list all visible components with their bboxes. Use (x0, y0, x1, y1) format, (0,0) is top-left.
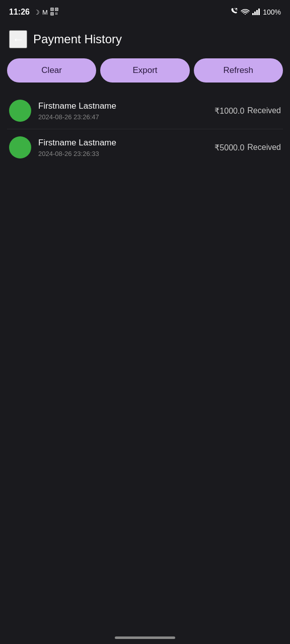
transaction-amount: ₹1000.0 (214, 106, 244, 116)
back-arrow-icon: ← (12, 33, 24, 45)
wifi-icon (241, 8, 250, 17)
svg-rect-9 (56, 14, 57, 15)
transaction-info: Firstname Lastname2024-08-26 23:26:47 (38, 101, 207, 121)
svg-rect-6 (55, 13, 56, 14)
export-button[interactable]: Export (100, 58, 189, 83)
transaction-list: Firstname Lastname2024-08-26 23:26:47₹10… (0, 93, 290, 166)
transaction-name: Firstname Lastname (38, 138, 207, 148)
transaction-status: Received (247, 106, 281, 115)
transaction-amount-status: ₹1000.0Received (214, 106, 281, 116)
status-bar-right: 100% (230, 8, 281, 17)
gmail-icon: M (42, 9, 48, 16)
clear-button[interactable]: Clear (7, 58, 96, 83)
svg-rect-11 (254, 12, 256, 15)
transaction-item[interactable]: Firstname Lastname2024-08-26 23:26:33₹50… (7, 129, 283, 166)
svg-rect-5 (51, 13, 52, 14)
avatar (9, 100, 31, 122)
signal-icon (252, 8, 260, 17)
status-bar-left: 11:26 ☽ M (9, 8, 58, 17)
status-bar: 11:26 ☽ M (0, 0, 290, 22)
back-button[interactable]: ← (9, 30, 27, 48)
header: ← Payment History (0, 22, 290, 58)
svg-rect-13 (258, 9, 260, 15)
transaction-name: Firstname Lastname (38, 101, 207, 111)
transaction-date: 2024-08-26 23:26:47 (38, 113, 207, 121)
status-icons-left: ☽ M (34, 8, 58, 17)
status-time: 11:26 (9, 8, 30, 17)
transaction-item[interactable]: Firstname Lastname2024-08-26 23:26:47₹10… (7, 93, 283, 129)
svg-rect-3 (56, 9, 57, 10)
qr-icon (50, 8, 58, 17)
avatar (9, 136, 31, 158)
transaction-amount-status: ₹5000.0Received (214, 143, 281, 152)
action-buttons: Clear Export Refresh (0, 58, 290, 93)
moon-icon: ☽ (34, 9, 40, 16)
transaction-status: Received (247, 143, 281, 152)
svg-rect-7 (56, 13, 57, 14)
battery-text: 100% (263, 8, 281, 16)
refresh-button[interactable]: Refresh (194, 58, 283, 83)
home-indicator (115, 636, 175, 639)
svg-rect-1 (51, 9, 52, 10)
transaction-info: Firstname Lastname2024-08-26 23:26:33 (38, 138, 207, 157)
page-title: Payment History (33, 32, 122, 46)
svg-rect-10 (252, 13, 254, 15)
transaction-amount: ₹5000.0 (214, 143, 244, 152)
svg-rect-8 (55, 14, 56, 15)
svg-rect-12 (256, 10, 258, 15)
transaction-date: 2024-08-26 23:26:33 (38, 150, 207, 157)
call-icon (230, 8, 238, 17)
